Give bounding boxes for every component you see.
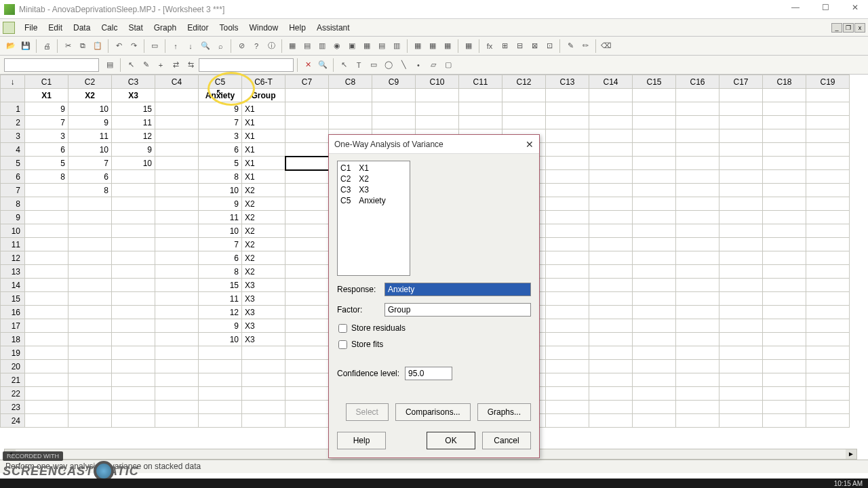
menu-editor[interactable]: Editor	[182, 20, 214, 35]
cell[interactable]	[633, 211, 676, 224]
cell[interactable]: 6	[199, 251, 242, 265]
cell[interactable]	[242, 401, 285, 414]
cell[interactable]	[806, 211, 850, 224]
cell[interactable]	[806, 197, 850, 211]
zoom-icon[interactable]: 🔍	[316, 58, 330, 72]
cell[interactable]	[155, 265, 199, 279]
cell[interactable]	[676, 143, 719, 157]
cell[interactable]	[112, 319, 155, 333]
col-name[interactable]	[329, 89, 372, 102]
cell[interactable]	[633, 197, 676, 211]
help-button[interactable]: Help	[337, 432, 386, 449]
graph8-icon[interactable]: ▥	[390, 39, 403, 53]
row-header[interactable]: 23	[1, 401, 25, 414]
row-header[interactable]: 2	[1, 116, 25, 129]
cell[interactable]	[199, 373, 242, 387]
row-header[interactable]: 10	[1, 224, 25, 238]
cell[interactable]	[155, 197, 199, 211]
cell[interactable]	[68, 224, 112, 238]
cell[interactable]	[806, 333, 850, 346]
cell[interactable]	[155, 387, 199, 401]
graph5-icon[interactable]: ▣	[345, 39, 359, 53]
cell[interactable]	[719, 279, 763, 292]
cell[interactable]	[242, 360, 285, 373]
cell[interactable]	[763, 211, 806, 224]
col-header[interactable]: C16	[676, 75, 719, 89]
cell[interactable]: 10	[112, 157, 155, 170]
cell[interactable]	[806, 387, 850, 401]
col-name[interactable]	[502, 89, 546, 102]
row-header[interactable]: 13	[1, 265, 25, 279]
cell[interactable]: X3	[242, 319, 285, 333]
row-header[interactable]: 15	[1, 292, 25, 306]
cell[interactable]: 9	[199, 197, 242, 211]
cell[interactable]: 15	[112, 102, 155, 116]
cell[interactable]	[459, 102, 502, 116]
cell[interactable]	[676, 102, 719, 116]
cell[interactable]	[112, 170, 155, 184]
col-header[interactable]: C18	[763, 75, 806, 89]
cell[interactable]: 6	[199, 143, 242, 157]
cell[interactable]	[546, 238, 589, 251]
cell[interactable]	[719, 414, 763, 428]
cell[interactable]	[546, 401, 589, 414]
cell[interactable]	[25, 224, 68, 238]
variable-list[interactable]: C1X1C2X2C3X3C5Anxiety	[337, 161, 410, 276]
cell[interactable]	[155, 279, 199, 292]
var-item[interactable]: C5Anxiety	[339, 195, 408, 206]
cell[interactable]	[155, 292, 199, 306]
cell[interactable]	[633, 265, 676, 279]
cell[interactable]	[546, 102, 589, 116]
cell[interactable]	[25, 251, 68, 265]
cell[interactable]	[25, 184, 68, 197]
cell[interactable]	[155, 306, 199, 319]
cell[interactable]: X1	[242, 102, 285, 116]
cell[interactable]	[155, 373, 199, 387]
col-header[interactable]: C17	[719, 75, 763, 89]
cell[interactable]	[68, 319, 112, 333]
cell[interactable]	[676, 292, 719, 306]
cell[interactable]	[633, 387, 676, 401]
mdi-restore[interactable]: ❐	[843, 23, 854, 33]
row-header[interactable]: 9	[1, 211, 25, 224]
var-item[interactable]: C3X3	[339, 184, 408, 195]
graph-icon[interactable]: ▦	[285, 39, 299, 53]
cell[interactable]	[676, 319, 719, 333]
cell[interactable]	[763, 401, 806, 414]
menu-data[interactable]: Data	[68, 20, 96, 35]
cell[interactable]	[719, 360, 763, 373]
row-header[interactable]: 22	[1, 387, 25, 401]
cell[interactable]	[546, 387, 589, 401]
cell[interactable]	[285, 292, 329, 306]
cell[interactable]	[719, 387, 763, 401]
col-name[interactable]	[589, 89, 633, 102]
cell[interactable]	[112, 265, 155, 279]
cell[interactable]	[112, 401, 155, 414]
cell[interactable]	[112, 238, 155, 251]
store-fits-checkbox[interactable]	[338, 340, 347, 349]
cell[interactable]	[719, 333, 763, 346]
cell[interactable]: 8	[199, 265, 242, 279]
col-name[interactable]	[155, 89, 199, 102]
cell[interactable]	[719, 184, 763, 197]
cell[interactable]	[546, 197, 589, 211]
cell[interactable]	[806, 319, 850, 333]
cell[interactable]	[285, 319, 329, 333]
cell[interactable]: 7	[68, 157, 112, 170]
cell[interactable]	[546, 129, 589, 143]
cell[interactable]	[633, 238, 676, 251]
cell[interactable]	[589, 211, 633, 224]
graph2-icon[interactable]: ▤	[300, 39, 314, 53]
scroll-left-icon[interactable]: ◄	[5, 449, 16, 459]
cell[interactable]	[112, 346, 155, 360]
cell[interactable]: X3	[242, 333, 285, 346]
cell[interactable]	[112, 279, 155, 292]
cell[interactable]	[68, 373, 112, 387]
cell[interactable]	[589, 333, 633, 346]
cell[interactable]	[633, 346, 676, 360]
cell[interactable]	[112, 373, 155, 387]
cell[interactable]: X2	[242, 238, 285, 251]
cell[interactable]	[285, 401, 329, 414]
cell[interactable]	[155, 414, 199, 428]
cell[interactable]	[719, 211, 763, 224]
